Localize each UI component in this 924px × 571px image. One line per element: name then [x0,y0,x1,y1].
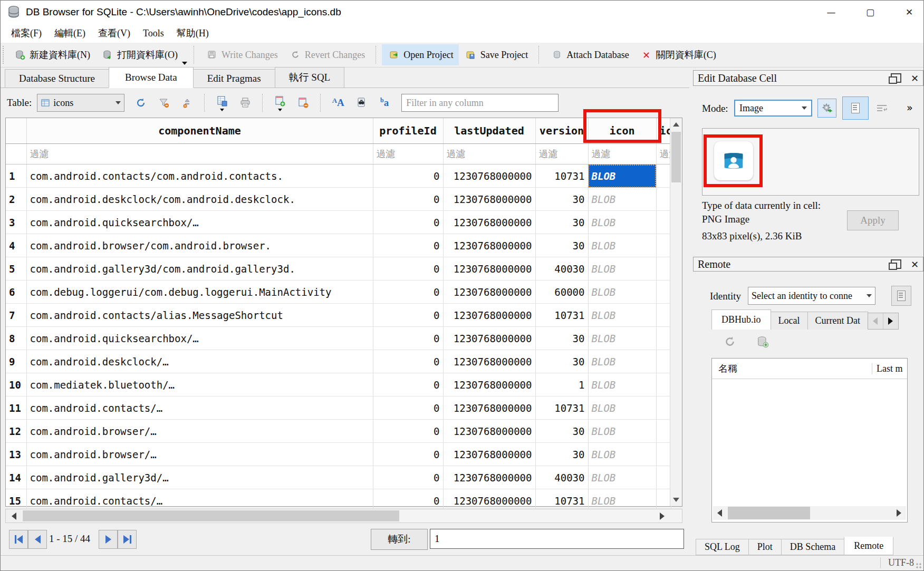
clipped-cell[interactable] [656,350,671,373]
blob-cell[interactable]: BLOB [588,373,656,396]
close-database-button[interactable]: ✕ 關閉資料庫(C) [634,44,721,65]
filter-cell[interactable]: 過濾 [656,144,671,164]
tab-scroll-left-button[interactable] [868,313,883,329]
identity-select[interactable]: Select an identity to conne [748,287,875,305]
write-changes-button[interactable]: Write Changes [200,44,283,65]
open-database-dropdown-icon[interactable] [182,62,187,65]
close-button[interactable]: ✕ [894,1,924,24]
version-cell[interactable]: 1 [535,373,588,396]
version-cell[interactable]: 30 [535,350,588,373]
profile-id-cell[interactable]: 0 [373,164,443,188]
profile-id-cell[interactable]: 0 [373,420,443,443]
clipped-cell[interactable] [656,466,671,489]
blob-cell[interactable]: BLOB [588,257,656,280]
big-font-button[interactable]: AA [331,96,345,110]
column-header[interactable]: version [535,118,588,144]
prev-page-button[interactable] [28,530,47,549]
profile-id-cell[interactable]: 0 [373,257,443,280]
clipped-cell[interactable] [656,327,671,350]
filter-cell[interactable]: 過濾 [535,144,588,164]
goto-button[interactable]: 轉到: [371,529,428,550]
last-updated-cell[interactable]: 1230768000000 [443,466,535,489]
dock-tab-sql-log[interactable]: SQL Log [696,539,749,555]
new-database-button[interactable]: 新建資料庫(N) [8,44,95,65]
version-cell[interactable]: 30 [535,327,588,350]
component-name-cell[interactable]: com.android.contacts/com.android.contact… [26,164,373,188]
find-button[interactable] [354,96,368,110]
version-cell[interactable]: 40030 [535,466,588,489]
float-panel-icon[interactable] [891,73,901,83]
menu-view[interactable]: 查看(V) [93,26,136,41]
horizontal-scrollbar[interactable] [5,509,682,523]
last-updated-cell[interactable]: 1230768000000 [443,304,535,327]
tab-browse-data[interactable]: Browse Data [109,67,194,88]
blob-cell[interactable]: BLOB [588,420,656,443]
dock-tab-db-schema[interactable]: DB Schema [781,539,844,555]
blob-cell[interactable]: BLOB [588,280,656,304]
mode-select[interactable]: Image [734,100,812,117]
first-page-button[interactable] [9,530,28,549]
apply-button[interactable]: Apply [847,210,899,230]
profile-id-cell[interactable]: 0 [373,327,443,350]
blob-cell[interactable]: BLOB [588,164,656,188]
filter-cell[interactable]: 過濾 [26,144,373,164]
blob-cell[interactable]: BLOB [588,211,656,234]
component-name-cell[interactable]: com.android.contacts/alias.MessageShortc… [26,304,373,327]
last-updated-cell[interactable]: 1230768000000 [443,420,535,443]
vertical-scrollbar-thumb[interactable] [671,132,681,182]
clipped-cell[interactable] [656,234,671,257]
column-header[interactable]: lastUpdated [443,118,535,144]
horizontal-scrollbar-thumb[interactable] [23,510,399,521]
clipped-cell[interactable] [656,420,671,443]
component-name-cell[interactable]: com.debug.loggerui/com.debug.loggerui.Ma… [26,280,373,304]
profile-id-cell[interactable]: 0 [373,234,443,257]
save-project-button[interactable]: Save Project [459,44,533,65]
filter-cell[interactable]: 過濾 [373,144,443,164]
profile-id-cell[interactable]: 0 [373,466,443,489]
component-name-cell[interactable]: com.android.quicksearchbox/… [26,211,373,234]
clipped-cell[interactable] [656,211,671,234]
component-name-cell[interactable]: com.android.gallery3d/com.android.galler… [26,257,373,280]
attach-database-button[interactable]: Attach Database [545,44,634,65]
component-name-cell[interactable]: com.android.gallery3d/… [26,466,373,489]
scroll-right-button[interactable] [654,509,669,522]
print-button[interactable] [238,96,252,110]
component-name-cell[interactable]: com.android.deskclock/… [26,350,373,373]
profile-id-cell[interactable]: 0 [373,188,443,211]
revert-changes-button[interactable]: Revert Changes [283,44,370,65]
float-panel-icon[interactable] [891,259,901,269]
profile-id-cell[interactable]: 0 [373,280,443,304]
close-panel-icon[interactable]: ✕ [911,73,919,84]
clipped-cell[interactable] [656,373,671,396]
insert-record-dropdown-icon[interactable] [278,109,282,111]
save-results-dropdown-icon[interactable] [220,109,224,111]
version-cell[interactable]: 60000 [535,280,588,304]
component-name-cell[interactable]: com.android.contacts/… [26,396,373,420]
component-name-cell[interactable]: com.android.browser/… [26,443,373,466]
column-header[interactable]: profileId [373,118,443,144]
profile-id-cell[interactable]: 0 [373,304,443,327]
dock-tab-remote[interactable]: Remote [844,537,893,555]
blob-cell[interactable]: BLOB [588,466,656,489]
last-updated-cell[interactable]: 1230768000000 [443,211,535,234]
last-updated-cell[interactable]: 1230768000000 [443,443,535,466]
clear-sort-button[interactable] [180,96,194,110]
profile-id-cell[interactable]: 0 [373,396,443,420]
filter-input[interactable] [401,94,559,112]
version-cell[interactable]: 40030 [535,257,588,280]
next-page-button[interactable] [99,530,118,549]
delete-record-button[interactable] [296,96,310,110]
blob-cell[interactable]: BLOB [588,188,656,211]
version-cell[interactable]: 10731 [535,164,588,188]
tab-scroll-right-button[interactable] [883,313,898,329]
word-wrap-icon[interactable] [875,103,889,114]
last-modified-column-header[interactable]: Last m [872,363,907,374]
last-updated-cell[interactable]: 1230768000000 [443,234,535,257]
profile-id-cell[interactable]: 0 [373,443,443,466]
blob-cell[interactable]: BLOB [588,327,656,350]
remote-scrollbar-thumb[interactable] [728,507,810,519]
clipped-cell[interactable] [656,188,671,211]
tab-database-structure[interactable]: Database Structure [5,69,109,88]
version-cell[interactable]: 30 [535,420,588,443]
component-name-cell[interactable]: com.android.browser/… [26,420,373,443]
